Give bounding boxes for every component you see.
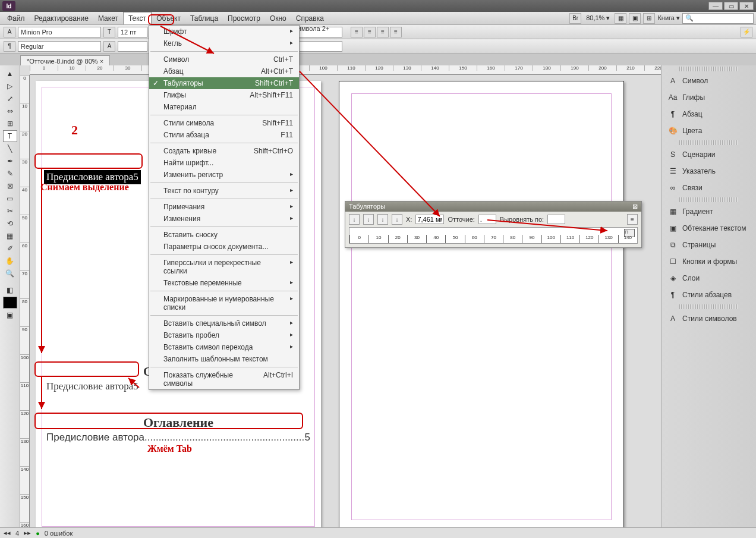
menu-item-вставить-пробел[interactable]: Вставить пробел bbox=[149, 329, 299, 341]
tabs-panel-title[interactable]: Табуляторы ⊠ bbox=[345, 202, 641, 212]
menu-item-кегль[interactable]: Кегль bbox=[149, 37, 299, 49]
menu-item-вставить-специальный-символ[interactable]: Вставить специальный символ bbox=[149, 317, 299, 329]
leading-field[interactable] bbox=[118, 41, 147, 52]
menu-item-абзац[interactable]: АбзацAlt+Ctrl+T bbox=[149, 65, 299, 77]
menu-item-параметры-сносок-документа...[interactable]: Параметры сносок документа... bbox=[149, 241, 299, 253]
menu-item-изменения[interactable]: Изменения bbox=[149, 213, 299, 225]
menu-текст[interactable]: Текст bbox=[123, 12, 152, 24]
align-center-icon[interactable]: ≡ bbox=[364, 27, 376, 37]
font-style-field[interactable]: Regular bbox=[18, 41, 101, 52]
leader-line[interactable]: Предисловие автора .....................… bbox=[44, 430, 313, 445]
minimize-button[interactable]: — bbox=[708, 2, 723, 10]
frame-tool[interactable]: ⊠ bbox=[3, 180, 17, 192]
rectangle-color[interactable] bbox=[3, 297, 17, 309]
panel-стили-символов[interactable]: AСтили символов bbox=[663, 311, 755, 326]
view-mode-icon[interactable]: ▦ bbox=[615, 13, 626, 24]
hand-tool[interactable]: ✋ bbox=[3, 255, 17, 267]
panel-абзац[interactable]: ¶Абзац bbox=[663, 106, 755, 122]
scissors-tool[interactable]: ✂ bbox=[3, 205, 17, 217]
panel-глифы[interactable]: AaГлифы bbox=[663, 90, 755, 105]
panel-символ[interactable]: AСимвол bbox=[663, 73, 755, 89]
zoom-display[interactable]: 80,1% ▾ bbox=[584, 13, 612, 23]
book-label[interactable]: Книга ▾ bbox=[657, 14, 680, 22]
menu-редактирование[interactable]: Редактирование bbox=[30, 12, 93, 24]
rectangle-tool[interactable]: ▭ bbox=[3, 193, 17, 204]
tabs-menu-icon[interactable]: ≡ bbox=[627, 214, 638, 225]
panel-обтекание-текстом[interactable]: ▣Обтекание текстом bbox=[663, 221, 755, 236]
menu-макет[interactable]: Макет bbox=[93, 12, 123, 24]
gradient-tool[interactable]: ▦ bbox=[3, 230, 17, 242]
menu-item-гиперссылки-и-перекрестные-ссылки[interactable]: Гиперссылки и перекрестные ссылки bbox=[149, 257, 299, 277]
canvas[interactable]: Огл Предисловие автора5 Оглавление Преди… bbox=[30, 75, 661, 527]
tab-align-center[interactable]: ↓ bbox=[363, 214, 374, 225]
close-button[interactable]: ✕ bbox=[739, 2, 754, 10]
panel-указатель[interactable]: ☰Указатель bbox=[663, 163, 755, 179]
screen-mode-icon[interactable]: ▣ bbox=[629, 13, 641, 24]
menu-просмотр[interactable]: Просмотр bbox=[223, 12, 265, 24]
menu-item-стили-символа[interactable]: Стили символаShift+F11 bbox=[149, 117, 299, 129]
align-right-icon[interactable]: ≡ bbox=[377, 27, 389, 37]
line-tool[interactable]: ╲ bbox=[3, 143, 17, 155]
char-panel-icon[interactable]: A bbox=[4, 27, 15, 37]
panel-сценарии[interactable]: SСценарии bbox=[663, 147, 755, 162]
direct-selection-tool[interactable]: ▷ bbox=[3, 80, 17, 92]
panel-связи[interactable]: ∞Связи bbox=[663, 180, 755, 196]
menu-item-показать-служебные-символы[interactable]: Показать служебные символыAlt+Ctrl+I bbox=[149, 369, 299, 389]
flash-icon[interactable]: ⚡ bbox=[741, 27, 752, 37]
search-field[interactable]: 🔍 bbox=[682, 13, 754, 24]
selected-text[interactable]: Предисловие автора5 bbox=[44, 170, 141, 184]
menu-таблица[interactable]: Таблица bbox=[185, 12, 223, 24]
menu-item-примечания[interactable]: Примечания bbox=[149, 201, 299, 213]
type-tool[interactable]: T bbox=[3, 130, 17, 142]
panel-градиент[interactable]: ▦Градиент bbox=[663, 204, 755, 219]
menu-item-найти-шрифт...[interactable]: Найти шрифт... bbox=[149, 157, 299, 169]
menu-item-глифы[interactable]: ГлифыAlt+Shift+F11 bbox=[149, 89, 299, 101]
menu-item-маркированные-и-нумерованные-списки[interactable]: Маркированные и нумерованные списки bbox=[149, 293, 299, 313]
menu-item-символ[interactable]: СимволCtrl+T bbox=[149, 54, 299, 65]
menu-item-текст-по-контуру[interactable]: Текст по контуру bbox=[149, 185, 299, 197]
menu-справка[interactable]: Справка bbox=[291, 12, 329, 24]
align-justify-icon[interactable]: ≡ bbox=[390, 27, 402, 37]
eyedropper-tool[interactable]: ✐ bbox=[3, 243, 17, 254]
cursor-text[interactable]: Предисловие автора5 bbox=[44, 379, 141, 394]
content-tool[interactable]: ⊞ bbox=[3, 118, 17, 130]
transform-tool[interactable]: ⟲ bbox=[3, 218, 17, 229]
status-page[interactable]: 4 bbox=[15, 530, 19, 537]
tabs-leader-input[interactable] bbox=[478, 215, 496, 224]
pencil-tool[interactable]: ✎ bbox=[3, 168, 17, 180]
menu-файл[interactable]: Файл bbox=[2, 12, 30, 24]
pen-tool[interactable]: ✒ bbox=[3, 155, 17, 167]
menu-окно[interactable]: Окно bbox=[265, 12, 291, 24]
panel-страницы[interactable]: ⧉Страницы bbox=[663, 237, 755, 253]
gap-tool[interactable]: ⇔ bbox=[3, 105, 17, 117]
zoom-tool[interactable]: 🔍 bbox=[3, 268, 17, 279]
tab-align-decimal[interactable]: ↓ bbox=[392, 214, 402, 225]
close-tab-icon[interactable]: × bbox=[100, 58, 103, 65]
font-size-field[interactable]: 12 пт bbox=[118, 27, 147, 37]
para-panel-icon[interactable]: ¶ bbox=[4, 41, 15, 52]
tabs-panel[interactable]: Табуляторы ⊠ ↓ ↓ ↓ ↓ X: Отточие: Выровня… bbox=[345, 201, 642, 248]
fill-stroke[interactable]: ◧ bbox=[3, 284, 17, 296]
menu-item-табуляторы[interactable]: ТабуляторыShift+Ctrl+T bbox=[149, 77, 299, 89]
tab-align-left[interactable]: ↓ bbox=[349, 214, 360, 225]
tabs-close-icon[interactable]: ⊠ bbox=[632, 203, 638, 210]
panel-стили-абзацев[interactable]: ¶Стили абзацев bbox=[663, 287, 755, 303]
panel-grip[interactable] bbox=[679, 197, 738, 202]
menu-item-изменить-регистр[interactable]: Изменить регистр bbox=[149, 169, 299, 181]
menu-item-текстовые-переменные[interactable]: Текстовые переменные bbox=[149, 277, 299, 289]
align-left-icon[interactable]: ≡ bbox=[351, 27, 363, 37]
page-tool[interactable]: ⤢ bbox=[3, 93, 17, 105]
menu-item-стили-абзаца[interactable]: Стили абзацаF11 bbox=[149, 129, 299, 141]
panel-grip[interactable] bbox=[679, 140, 738, 145]
arrange-icon[interactable]: ⊞ bbox=[643, 13, 655, 24]
bridge-icon[interactable]: Br bbox=[569, 13, 581, 24]
selection-tool[interactable]: ▲ bbox=[3, 68, 17, 80]
menu-item-вставить-символ-перехода[interactable]: Вставить символ перехода bbox=[149, 341, 299, 353]
menu-item-шрифт[interactable]: Шрифт bbox=[149, 26, 299, 37]
tabs-align-input[interactable] bbox=[547, 215, 565, 224]
panel-grip[interactable] bbox=[679, 67, 738, 71]
menu-item-материал[interactable]: Материал bbox=[149, 101, 299, 113]
menu-item-заполнить-шаблонным-текстом[interactable]: Заполнить шаблонным текстом bbox=[149, 353, 299, 365]
font-family-field[interactable]: Minion Pro bbox=[18, 27, 101, 37]
menu-объект[interactable]: Объект bbox=[152, 12, 185, 24]
